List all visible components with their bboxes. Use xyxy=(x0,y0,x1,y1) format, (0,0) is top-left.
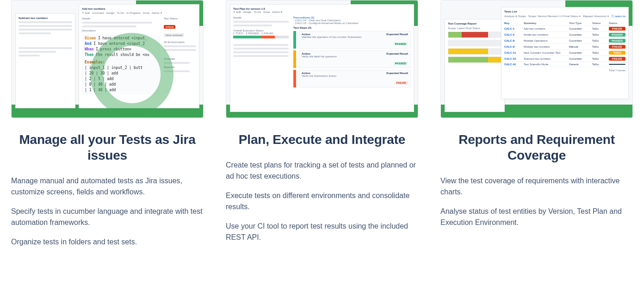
thumb-issue-title: Add two numbers xyxy=(82,7,196,10)
thumb-report-panel: Test Coverage Report Scope: Latest Final… xyxy=(445,19,505,112)
status-badge: PASSED xyxy=(393,42,408,46)
thumb-main-panel: Add two numbers ✎ Edit · Comment · Assig… xyxy=(79,4,199,108)
card-para: Analyse status of test entities by Versi… xyxy=(440,206,633,228)
thumb-sidebar-title: Subtract two numbers xyxy=(19,17,72,19)
label-pill: critical xyxy=(164,25,175,29)
table-row: CALC-1Add two numbersCucumberToDoFAILED xyxy=(504,26,625,32)
test-step-row: Action Expected Result Verify the Subtra… xyxy=(293,70,411,87)
thumbnail-reports: Test Coverage Report Scope: Latest Final… xyxy=(440,0,633,118)
card-para: View the test coverage of requirements w… xyxy=(440,175,633,198)
thumb-sidebar-panel: Subtract two numbers xyxy=(15,13,75,108)
thumbnail-execute: Test Plan for version 1.0 ✎ Edit · Assig… xyxy=(226,0,418,118)
table-row: CALC-9Multiply two numbersManualToDoFAIL… xyxy=(504,44,625,50)
card-para: Organize tests in folders and test sets. xyxy=(11,236,204,248)
test-step-row: Action Expected Result Verify the label … xyxy=(293,50,411,68)
cucumber-code: Given I have entered <input_ And I have … xyxy=(82,34,160,95)
table-row: CALC-12Subtract two numbersCucumberToDoF… xyxy=(504,56,625,62)
card-title: Plan, Execute and Integrate xyxy=(226,132,418,148)
report-title: Test Coverage Report xyxy=(448,22,502,25)
table-row: CALC-8Multiple OperationsCucumberToDoPAS… xyxy=(504,38,625,44)
card-para: Execute tests on different environments … xyxy=(226,190,418,212)
table-row: CALC-2Divide two numbersCucumberToDoPASS… xyxy=(504,32,625,38)
status-badge: PASSED xyxy=(393,62,408,65)
thumb-testplan-panel: Test Plan for version 1.0 ✎ Edit · Assig… xyxy=(230,4,414,112)
feature-card-reports: Test Coverage Report Scope: Latest Final… xyxy=(440,0,633,256)
test-step-row: Action Expected Result Validate the oper… xyxy=(293,31,411,49)
card-para: Specify tests in cucumber language and i… xyxy=(11,206,204,228)
feature-card-execute: Test Plan for version 1.0 ✎ Edit · Assig… xyxy=(226,0,418,256)
card-title: Reports and Requirement Coverage xyxy=(440,132,633,163)
tests-list-panel: Tests List Analysis & Scope · Scope: Ver… xyxy=(501,7,629,99)
status-badge: FAILED xyxy=(395,81,408,85)
card-para: Manage manual and automated tests as Jir… xyxy=(11,175,204,198)
card-title: Manage all your Tests as Jira issues xyxy=(11,132,204,163)
table-row: CALC-11New Complex Cucumber TestCucumber… xyxy=(504,50,625,56)
tests-list-total: Total 7 issues xyxy=(504,69,625,72)
table-row: CALC-41Test Scientific ModeGenericToDo xyxy=(504,62,625,67)
tests-list-title: Tests List xyxy=(504,10,625,13)
card-para: Use your CI tool to report test results … xyxy=(226,221,418,243)
card-para: Create test plans for tracking a set of … xyxy=(226,160,418,182)
thumbnail-manage: Subtract two numbers Add two numbers ✎ E… xyxy=(11,0,204,118)
feature-card-manage: Subtract two numbers Add two numbers ✎ E… xyxy=(11,0,204,256)
